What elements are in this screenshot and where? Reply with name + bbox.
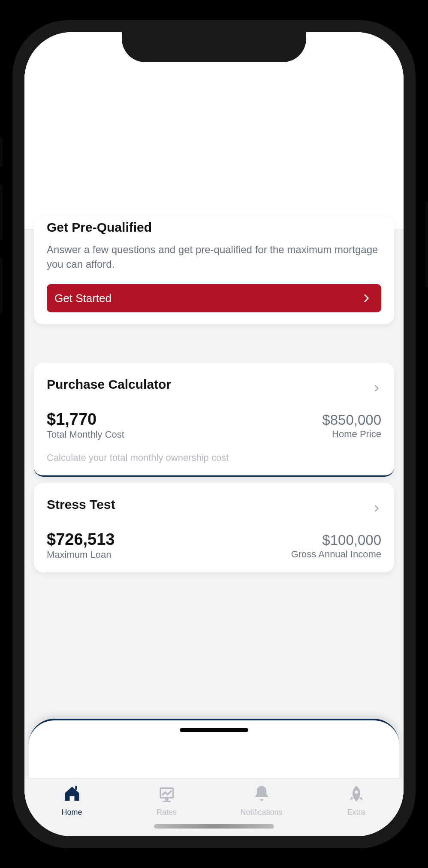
purchase-calculator-title: Purchase Calculator bbox=[47, 377, 171, 392]
side-button bbox=[425, 202, 428, 287]
monthly-cost-label: Total Monthly Cost bbox=[47, 429, 124, 440]
tab-notifications-label: Notifications bbox=[240, 808, 282, 817]
tab-extra[interactable]: Extra bbox=[318, 784, 395, 817]
tab-rates[interactable]: Rates bbox=[128, 784, 205, 817]
purchase-footnote: Calculate your total monthly ownership c… bbox=[47, 452, 381, 463]
home-price-label: Home Price bbox=[322, 429, 381, 440]
chevron-right-icon bbox=[372, 384, 381, 393]
tab-home[interactable]: Home bbox=[33, 784, 111, 817]
side-button bbox=[0, 137, 3, 167]
get-started-button[interactable]: Get Started bbox=[47, 284, 381, 312]
bottom-sheet[interactable] bbox=[29, 719, 399, 782]
tab-extra-label: Extra bbox=[347, 808, 365, 817]
bell-icon bbox=[252, 784, 271, 805]
stress-test-card[interactable]: Stress Test $726,513 Maximum Loan bbox=[34, 483, 394, 573]
phone-frame: Get Pre-Qualified Answer a few questions… bbox=[12, 20, 416, 848]
home-indicator[interactable] bbox=[154, 824, 274, 829]
get-started-label: Get Started bbox=[54, 292, 112, 305]
max-loan-value: $726,513 bbox=[47, 531, 115, 549]
chevron-right-icon bbox=[372, 504, 381, 513]
notch bbox=[122, 32, 306, 62]
side-button bbox=[0, 257, 3, 313]
prequalified-card: Get Pre-Qualified Answer a few questions… bbox=[34, 217, 394, 325]
prequalified-subtitle: Answer a few questions and get pre-quali… bbox=[47, 242, 381, 272]
purchase-calculator-card[interactable]: Purchase Calculator $1,770 Total Monthly… bbox=[34, 363, 394, 477]
home-icon bbox=[63, 784, 81, 805]
svg-rect-0 bbox=[75, 786, 77, 789]
app-screen: Get Pre-Qualified Answer a few questions… bbox=[24, 32, 404, 836]
stress-test-title: Stress Test bbox=[47, 497, 115, 512]
tab-rates-label: Rates bbox=[157, 808, 177, 817]
prequalified-title: Get Pre-Qualified bbox=[47, 220, 381, 235]
gross-income-label: Gross Annual Income bbox=[291, 549, 381, 560]
tab-notifications[interactable]: Notifications bbox=[223, 784, 300, 817]
home-price-value: $850,000 bbox=[322, 411, 381, 428]
rocket-icon bbox=[347, 784, 366, 805]
drag-handle[interactable] bbox=[180, 728, 248, 732]
svg-rect-2 bbox=[165, 798, 168, 801]
svg-rect-3 bbox=[163, 801, 170, 802]
gross-income-value: $100,000 bbox=[291, 531, 381, 548]
monthly-cost-value: $1,770 bbox=[47, 411, 124, 429]
device-mockup: Get Pre-Qualified Answer a few questions… bbox=[0, 0, 428, 868]
tab-home-label: Home bbox=[61, 808, 82, 817]
max-loan-label: Maximum Loan bbox=[47, 549, 115, 560]
side-button bbox=[0, 184, 3, 240]
chart-icon bbox=[157, 784, 176, 805]
chevron-right-icon bbox=[361, 293, 372, 304]
